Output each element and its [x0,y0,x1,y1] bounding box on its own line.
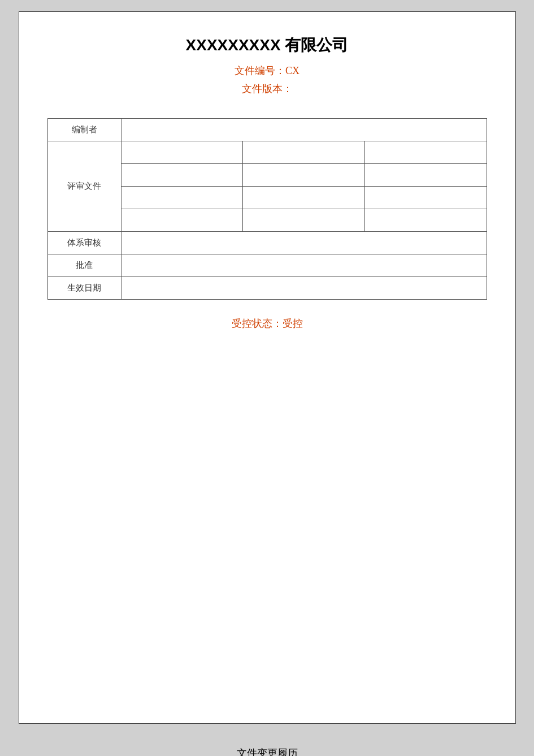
company-title: XXXXXXXXX 有限公司 [47,34,487,56]
review-cell-4-1 [121,209,243,232]
review-cell-2-2 [243,164,365,187]
footer-title: 文件变更履历 [19,741,516,756]
review-cell-4-2 [243,209,365,232]
doc-number: 文件编号：CX [47,64,487,77]
approve-value [121,254,487,277]
review-row-1: 评审文件 [47,141,487,164]
review-cell-3-1 [121,187,243,209]
review-cell-1-3 [364,141,487,164]
review-label: 评审文件 [47,141,121,232]
editor-value [121,119,487,141]
effective-date-row: 生效日期 [47,277,487,300]
effective-date-value [121,277,487,300]
page-spacer [47,342,487,701]
approve-label: 批准 [47,254,121,277]
review-cell-3-3 [364,187,487,209]
review-cell-2-1 [121,164,243,187]
document-page: XXXXXXXXX 有限公司 文件编号：CX 文件版本： 编制者 评审文件 [19,11,516,724]
editor-row: 编制者 [47,119,487,141]
review-cell-2-3 [364,164,487,187]
review-cell-4-3 [364,209,487,232]
editor-label: 编制者 [47,119,121,141]
doc-version: 文件版本： [47,82,487,96]
system-audit-label: 体系审核 [47,232,121,254]
review-cell-3-2 [243,187,365,209]
effective-date-label: 生效日期 [47,277,121,300]
status-section: 受控状态：受控 [47,317,487,330]
review-cell-1-1 [121,141,243,164]
system-audit-value [121,232,487,254]
approve-row: 批准 [47,254,487,277]
review-cell-1-2 [243,141,365,164]
system-audit-row: 体系审核 [47,232,487,254]
header-section: XXXXXXXXX 有限公司 文件编号：CX 文件版本： [47,34,487,101]
info-table: 编制者 评审文件 [47,118,487,300]
